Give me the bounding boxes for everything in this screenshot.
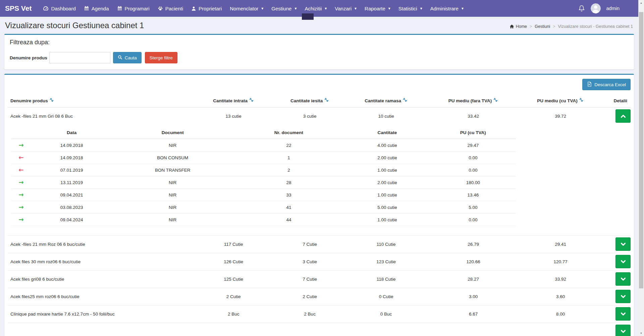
- expand-row-button[interactable]: [615, 255, 631, 268]
- user-name[interactable]: admin: [606, 6, 620, 11]
- movement-row: → 03.08.2023 NIR 41 5.00 cutie 5.00: [11, 201, 516, 214]
- scrollbar-up-arrow-icon[interactable]: ▲: [638, 0, 644, 6]
- nav-item-pacienti[interactable]: Pacienti: [154, 0, 187, 17]
- stock-table: Denumire produs Cantitate intrata Cantit…: [8, 96, 631, 336]
- nav-item-rapoarte[interactable]: Rapoarte ▾: [361, 0, 394, 17]
- clear-filters-button[interactable]: Sterge filtre: [145, 52, 177, 63]
- sort-icon[interactable]: [493, 98, 498, 103]
- nav-item-vanzari[interactable]: Vanzari ▾: [331, 0, 361, 17]
- top-navbar: SPS Vet Dashboard Agenda Programari Paci…: [0, 0, 638, 17]
- page-scrollbar[interactable]: ▲ ▼: [638, 0, 644, 336]
- stock-table-panel: x Descarca Excel Denumire produs Cantita…: [4, 74, 634, 336]
- product-name: [8, 323, 195, 336]
- excel-file-icon: x: [587, 81, 592, 88]
- direction-arrow-icon: →: [19, 216, 24, 223]
- movement-doc-number: 33: [233, 189, 344, 201]
- movement-quantity: 1.00 cutie: [344, 189, 430, 201]
- movement-row: ← 14.09.2018 BON CONSUM 1 2.00 cutie 0.0…: [11, 152, 516, 164]
- nav-item-proprietari[interactable]: Proprietari: [187, 0, 226, 17]
- chevron-down-icon: ▾: [388, 6, 390, 10]
- col-header-cantitate-intrata[interactable]: Cantitate intrata: [195, 96, 272, 107]
- movement-quantity: 1.00 cutie: [344, 164, 430, 176]
- chevron-down-icon: ▾: [462, 6, 464, 10]
- expand-row-button[interactable]: [615, 272, 631, 286]
- movement-document: NIR: [112, 214, 233, 226]
- download-excel-button[interactable]: x Descarca Excel: [582, 79, 631, 90]
- breadcrumb-item[interactable]: Home: [509, 24, 527, 29]
- scrollbar-thumb[interactable]: [639, 12, 643, 288]
- movement-price: 5.00: [430, 201, 516, 214]
- main-menu: Dashboard Agenda Programari Pacienti Pro…: [39, 0, 468, 17]
- table-row: Acek files gri08 6 buc/cutie 125 Cutie 7…: [8, 271, 631, 288]
- expand-row-button[interactable]: [615, 325, 631, 336]
- nav-item-agenda[interactable]: Agenda: [80, 0, 113, 17]
- calendar-icon: [84, 6, 89, 11]
- brand-logo[interactable]: SPS Vet: [0, 0, 37, 17]
- product-name: Acek files25 mm roz06 6 buc/cutie: [8, 288, 195, 305]
- detail-col-data: Data: [31, 127, 112, 139]
- nav-item-nomenclator[interactable]: Nomenclator ▾: [226, 0, 267, 17]
- product-name: Acek files 30 mm roz06 6 buc/cutie: [8, 253, 195, 271]
- chevron-down-icon: ▾: [325, 6, 327, 10]
- expand-row-button[interactable]: [615, 237, 631, 251]
- product-name-label: Denumire produs: [10, 55, 47, 60]
- avg-price-net: 33.42: [425, 107, 522, 125]
- movement-row: ← 07.01.2019 BON TRANSFER 2 1.00 cutie 0…: [11, 164, 516, 176]
- movement-document: NIR: [112, 189, 233, 201]
- avg-price-net: 6.67: [425, 305, 522, 323]
- movement-date: 09.04.2021: [31, 189, 112, 201]
- expand-row-button[interactable]: [615, 290, 631, 303]
- nav-item-statistici[interactable]: Statistici ▾: [394, 0, 426, 17]
- movement-doc-number: 2: [233, 164, 344, 176]
- qty-left: 0 Cutie: [347, 288, 425, 305]
- movement-price: 29.47: [430, 139, 516, 152]
- breadcrumb-item[interactable]: Gestiuni: [535, 24, 550, 29]
- col-header-pu-mediu-cu-tva-[interactable]: PU mediu (cu TVA): [522, 96, 599, 107]
- sort-icon[interactable]: [579, 98, 584, 103]
- movement-date: 07.01.2019: [31, 164, 112, 176]
- dashboard-icon: [43, 6, 49, 11]
- movement-row: → 09.04.2024 NIR 44 1.00 cutie 0.00: [11, 214, 516, 226]
- expand-row-button[interactable]: [615, 307, 631, 321]
- movements-header-row: DataDocumentNr. documentCantitatePU (cu …: [11, 127, 516, 139]
- qty-in: 117 Cutie: [195, 236, 272, 253]
- content-header: Vizualizare stocuri Gestiunea cabinet 1 …: [0, 17, 638, 34]
- col-header-cantitate-ramasa[interactable]: Cantitate ramasa: [347, 96, 425, 107]
- nav-item-dashboard[interactable]: Dashboard: [39, 0, 79, 17]
- product-name: Acek -files 21 mm Gri 08 6 Buc: [8, 107, 195, 125]
- breadcrumb: Home>Gestiuni>Vizualizare stocuri - Gest…: [509, 24, 633, 30]
- movement-doc-number: 28: [233, 176, 344, 189]
- sort-icon[interactable]: [249, 98, 254, 103]
- col-header-denumire-produs[interactable]: Denumire produs: [8, 96, 195, 107]
- sort-icon[interactable]: [403, 98, 408, 103]
- movement-date: 14.09.2018: [31, 139, 112, 152]
- nav-item-programari[interactable]: Programari: [113, 0, 154, 17]
- notifications-bell-icon[interactable]: [578, 5, 585, 12]
- movement-doc-number: 41: [233, 201, 344, 214]
- search-icon: [118, 55, 122, 61]
- movement-quantity: 2.00 cutie: [344, 176, 430, 189]
- search-button[interactable]: Cauta: [113, 52, 142, 63]
- movement-document: NIR: [112, 176, 233, 189]
- avg-price-gross: 120.77: [522, 253, 599, 271]
- table-row: Acek -files 21 mm Roz 06 6 buc/cutie 117…: [8, 236, 631, 253]
- qty-left: 123 Cutie: [347, 253, 425, 271]
- calendar-icon: [117, 6, 122, 11]
- col-header-pu-mediu-fara-tva-[interactable]: PU mediu (fara TVA): [425, 96, 522, 107]
- nav-item-administrare[interactable]: Administrare ▾: [426, 0, 468, 17]
- breadcrumb-item: Vizualizare stocuri - Gestiunea cabinet …: [558, 24, 633, 29]
- user-avatar[interactable]: [591, 3, 601, 13]
- qty-left: [347, 323, 425, 336]
- nav-item-gestiune[interactable]: Gestiune ▾: [267, 0, 301, 17]
- expand-row-button[interactable]: [615, 109, 631, 123]
- scrollbar-down-arrow-icon[interactable]: ▼: [638, 330, 644, 336]
- movement-price: 0.00: [430, 214, 516, 226]
- movement-document: BON CONSUM: [112, 152, 233, 164]
- filter-panel: Filtreaza dupa: Denumire produs Cauta St…: [4, 34, 634, 69]
- movement-price: 0.00: [430, 152, 516, 164]
- product-name-input[interactable]: [49, 52, 110, 63]
- sort-icon[interactable]: [324, 98, 329, 103]
- direction-arrow-icon: →: [19, 142, 24, 149]
- col-header-cantitate-iesita[interactable]: Cantitate iesita: [272, 96, 347, 107]
- sort-icon[interactable]: [50, 98, 54, 103]
